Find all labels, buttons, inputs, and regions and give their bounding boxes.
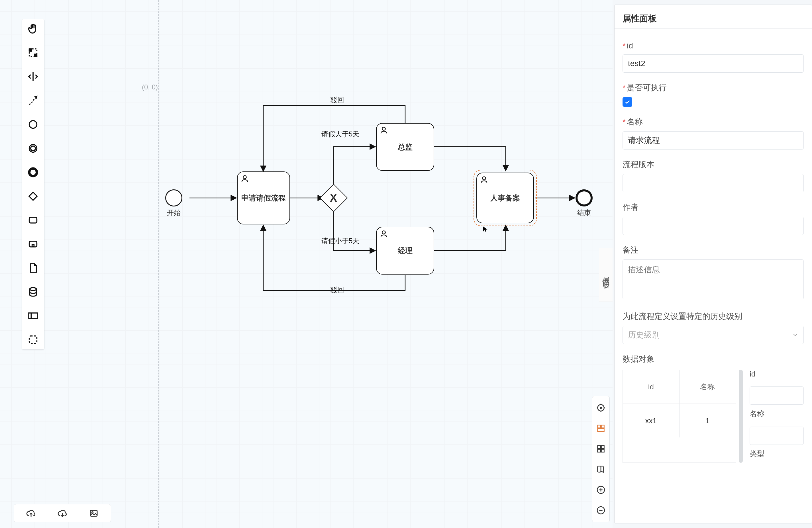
- svg-point-0: [243, 175, 246, 179]
- tool-data-store[interactable]: [26, 285, 40, 299]
- tool-end-event[interactable]: [26, 165, 40, 179]
- executable-checkbox[interactable]: [623, 97, 632, 107]
- fit-view-button[interactable]: [595, 443, 606, 454]
- task-director-label: 总监: [398, 142, 412, 152]
- cloud-download-button[interactable]: [57, 508, 68, 519]
- tool-subprocess[interactable]: [26, 237, 40, 251]
- remark-textarea[interactable]: [623, 260, 804, 299]
- zoom-out-button[interactable]: [595, 505, 606, 516]
- side-id-label: id: [750, 370, 804, 379]
- side-type-label: 类型: [750, 449, 804, 459]
- svg-rect-10: [29, 192, 37, 200]
- tool-palette: [21, 19, 44, 350]
- svg-point-1: [382, 127, 385, 130]
- tool-gateway[interactable]: [26, 189, 40, 203]
- author-label: 作者: [623, 202, 804, 213]
- end-event-node[interactable]: 结束: [576, 189, 593, 206]
- side-name-label: 名称: [750, 409, 804, 419]
- table-cell-name: 1: [680, 404, 736, 437]
- task-hr[interactable]: 人事备案: [476, 173, 534, 223]
- executable-label: 是否可执行: [623, 82, 804, 93]
- table-header-name: 名称: [680, 370, 736, 404]
- task-apply[interactable]: 申请请假流程: [237, 172, 290, 224]
- author-input[interactable]: [623, 217, 804, 235]
- user-icon: [379, 230, 388, 240]
- zoom-in-button[interactable]: [595, 484, 606, 495]
- mouse-cursor: [483, 225, 488, 231]
- panel-title: 属性面板: [614, 5, 812, 29]
- svg-rect-24: [598, 429, 604, 431]
- bpmn-canvas[interactable]: (0, 0) 驳回 驳回: [0, 0, 612, 528]
- task-manager[interactable]: 经理: [376, 227, 434, 275]
- user-icon: [480, 175, 488, 186]
- name-input[interactable]: [623, 131, 804, 149]
- remark-label: 备注: [623, 245, 804, 255]
- view-controls: [592, 396, 610, 522]
- history-label: 为此流程定义设置特定的历史级别: [623, 311, 804, 322]
- user-icon: [379, 126, 388, 136]
- tool-space[interactable]: [26, 70, 40, 84]
- table-row[interactable]: xx1 1: [623, 404, 736, 437]
- svg-point-6: [29, 121, 37, 129]
- svg-point-9: [29, 168, 37, 176]
- table-cell-id: xx1: [623, 404, 680, 437]
- id-input[interactable]: [623, 54, 804, 73]
- user-icon: [241, 174, 249, 185]
- side-name-input[interactable]: [750, 427, 804, 445]
- name-label: 名称: [623, 116, 804, 127]
- cloud-upload-button[interactable]: [25, 508, 37, 519]
- dataobj-label: 数据对象: [623, 354, 804, 365]
- id-label: id: [623, 41, 804, 50]
- version-input[interactable]: [623, 174, 804, 192]
- start-event-label: 开始: [157, 208, 191, 217]
- svg-rect-23: [601, 425, 604, 428]
- svg-rect-25: [598, 446, 600, 449]
- tool-lasso[interactable]: [26, 46, 40, 60]
- properties-panel: 属性面板 id 是否可执行 名称 流程版本 作者 备注: [614, 4, 812, 524]
- svg-rect-17: [29, 336, 37, 344]
- align-button[interactable]: [595, 423, 606, 434]
- svg-point-8: [31, 146, 35, 151]
- chevron-down-icon: [792, 332, 798, 338]
- task-apply-label: 申请请假流程: [241, 193, 286, 203]
- tool-task[interactable]: [26, 213, 40, 227]
- guide-button[interactable]: [595, 464, 606, 475]
- tool-data-object[interactable]: [26, 261, 40, 275]
- tool-start-event[interactable]: [26, 118, 40, 131]
- svg-point-2: [382, 231, 385, 234]
- edge-label-reject-bottom: 驳回: [331, 285, 344, 294]
- tool-intermediate-event[interactable]: [26, 142, 40, 155]
- svg-point-21: [600, 407, 601, 408]
- svg-point-3: [482, 177, 485, 180]
- side-id-input[interactable]: [750, 386, 804, 405]
- data-object-table[interactable]: id 名称 xx1 1: [623, 370, 736, 463]
- svg-rect-13: [32, 245, 34, 247]
- svg-rect-15: [29, 313, 37, 319]
- svg-rect-27: [598, 449, 600, 452]
- start-event-node[interactable]: 开始: [165, 189, 182, 206]
- task-director[interactable]: 总监: [376, 123, 434, 171]
- data-object-side-form: id 名称 类型: [750, 370, 804, 463]
- tool-group[interactable]: [26, 333, 40, 347]
- gateway-mark: X: [330, 192, 337, 204]
- svg-point-14: [30, 288, 36, 291]
- end-event-label: 结束: [567, 208, 601, 217]
- edges-layer: [0, 0, 612, 528]
- history-select[interactable]: 历史级别: [623, 326, 804, 344]
- svg-rect-26: [601, 446, 604, 449]
- version-label: 流程版本: [623, 159, 804, 170]
- center-view-button[interactable]: [595, 402, 606, 413]
- task-manager-label: 经理: [398, 246, 412, 256]
- tool-participant[interactable]: [26, 309, 40, 323]
- table-scrollbar[interactable]: [739, 370, 743, 463]
- panel-collapse-tab[interactable]: 属性面板: [599, 248, 612, 302]
- image-export-button[interactable]: [88, 508, 99, 519]
- edge-label-lt5: 请假小于5天: [321, 236, 359, 246]
- table-header: id 名称: [623, 370, 736, 404]
- svg-rect-28: [601, 449, 604, 452]
- tool-hand[interactable]: [26, 22, 40, 35]
- task-hr-label: 人事备案: [490, 193, 520, 203]
- table-header-id: id: [623, 370, 680, 404]
- tool-connect[interactable]: [26, 94, 40, 107]
- edge-label-gt5: 请假大于5天: [321, 130, 359, 139]
